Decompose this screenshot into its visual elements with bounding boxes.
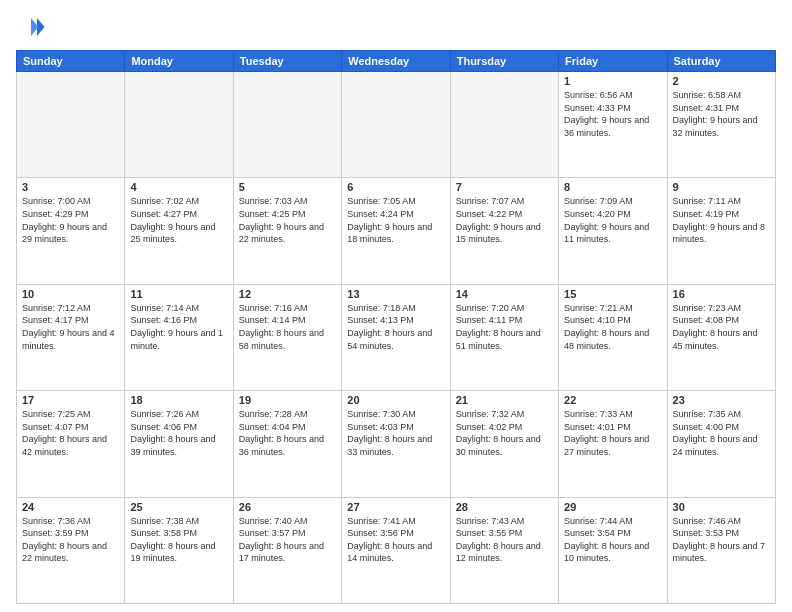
weekday-header-row: SundayMondayTuesdayWednesdayThursdayFrid…	[17, 51, 776, 72]
day-info: Sunrise: 7:16 AM Sunset: 4:14 PM Dayligh…	[239, 302, 336, 352]
day-number: 24	[22, 501, 119, 513]
day-info: Sunrise: 7:38 AM Sunset: 3:58 PM Dayligh…	[130, 515, 227, 565]
calendar-cell: 22Sunrise: 7:33 AM Sunset: 4:01 PM Dayli…	[559, 391, 667, 497]
calendar-cell: 15Sunrise: 7:21 AM Sunset: 4:10 PM Dayli…	[559, 284, 667, 390]
day-info: Sunrise: 7:30 AM Sunset: 4:03 PM Dayligh…	[347, 408, 444, 458]
day-number: 18	[130, 394, 227, 406]
day-number: 4	[130, 181, 227, 193]
calendar-cell: 16Sunrise: 7:23 AM Sunset: 4:08 PM Dayli…	[667, 284, 775, 390]
calendar-cell: 13Sunrise: 7:18 AM Sunset: 4:13 PM Dayli…	[342, 284, 450, 390]
day-info: Sunrise: 7:43 AM Sunset: 3:55 PM Dayligh…	[456, 515, 553, 565]
calendar-cell: 6Sunrise: 7:05 AM Sunset: 4:24 PM Daylig…	[342, 178, 450, 284]
calendar-cell	[342, 72, 450, 178]
calendar-week-1: 1Sunrise: 6:56 AM Sunset: 4:33 PM Daylig…	[17, 72, 776, 178]
weekday-header-saturday: Saturday	[667, 51, 775, 72]
day-info: Sunrise: 7:46 AM Sunset: 3:53 PM Dayligh…	[673, 515, 770, 565]
calendar-cell: 23Sunrise: 7:35 AM Sunset: 4:00 PM Dayli…	[667, 391, 775, 497]
day-number: 8	[564, 181, 661, 193]
logo	[16, 12, 50, 42]
calendar-cell: 20Sunrise: 7:30 AM Sunset: 4:03 PM Dayli…	[342, 391, 450, 497]
calendar-cell: 5Sunrise: 7:03 AM Sunset: 4:25 PM Daylig…	[233, 178, 341, 284]
day-info: Sunrise: 7:02 AM Sunset: 4:27 PM Dayligh…	[130, 195, 227, 245]
day-info: Sunrise: 7:05 AM Sunset: 4:24 PM Dayligh…	[347, 195, 444, 245]
day-number: 9	[673, 181, 770, 193]
calendar-cell: 26Sunrise: 7:40 AM Sunset: 3:57 PM Dayli…	[233, 497, 341, 603]
day-number: 22	[564, 394, 661, 406]
day-info: Sunrise: 7:21 AM Sunset: 4:10 PM Dayligh…	[564, 302, 661, 352]
day-info: Sunrise: 7:36 AM Sunset: 3:59 PM Dayligh…	[22, 515, 119, 565]
day-info: Sunrise: 6:58 AM Sunset: 4:31 PM Dayligh…	[673, 89, 770, 139]
day-info: Sunrise: 7:00 AM Sunset: 4:29 PM Dayligh…	[22, 195, 119, 245]
day-number: 7	[456, 181, 553, 193]
day-number: 23	[673, 394, 770, 406]
day-info: Sunrise: 7:32 AM Sunset: 4:02 PM Dayligh…	[456, 408, 553, 458]
day-number: 30	[673, 501, 770, 513]
calendar-cell: 7Sunrise: 7:07 AM Sunset: 4:22 PM Daylig…	[450, 178, 558, 284]
day-number: 29	[564, 501, 661, 513]
header	[16, 12, 776, 42]
day-info: Sunrise: 7:12 AM Sunset: 4:17 PM Dayligh…	[22, 302, 119, 352]
day-number: 19	[239, 394, 336, 406]
calendar-week-4: 17Sunrise: 7:25 AM Sunset: 4:07 PM Dayli…	[17, 391, 776, 497]
calendar-cell: 14Sunrise: 7:20 AM Sunset: 4:11 PM Dayli…	[450, 284, 558, 390]
calendar-cell: 24Sunrise: 7:36 AM Sunset: 3:59 PM Dayli…	[17, 497, 125, 603]
day-number: 5	[239, 181, 336, 193]
calendar-cell	[450, 72, 558, 178]
calendar-week-5: 24Sunrise: 7:36 AM Sunset: 3:59 PM Dayli…	[17, 497, 776, 603]
calendar-cell: 27Sunrise: 7:41 AM Sunset: 3:56 PM Dayli…	[342, 497, 450, 603]
day-info: Sunrise: 7:11 AM Sunset: 4:19 PM Dayligh…	[673, 195, 770, 245]
calendar-cell: 1Sunrise: 6:56 AM Sunset: 4:33 PM Daylig…	[559, 72, 667, 178]
day-info: Sunrise: 7:26 AM Sunset: 4:06 PM Dayligh…	[130, 408, 227, 458]
day-info: Sunrise: 7:09 AM Sunset: 4:20 PM Dayligh…	[564, 195, 661, 245]
calendar-cell	[17, 72, 125, 178]
day-number: 16	[673, 288, 770, 300]
calendar-cell: 28Sunrise: 7:43 AM Sunset: 3:55 PM Dayli…	[450, 497, 558, 603]
day-number: 13	[347, 288, 444, 300]
weekday-header-tuesday: Tuesday	[233, 51, 341, 72]
day-info: Sunrise: 7:07 AM Sunset: 4:22 PM Dayligh…	[456, 195, 553, 245]
day-number: 14	[456, 288, 553, 300]
calendar-cell: 10Sunrise: 7:12 AM Sunset: 4:17 PM Dayli…	[17, 284, 125, 390]
calendar-week-2: 3Sunrise: 7:00 AM Sunset: 4:29 PM Daylig…	[17, 178, 776, 284]
weekday-header-monday: Monday	[125, 51, 233, 72]
calendar-body: 1Sunrise: 6:56 AM Sunset: 4:33 PM Daylig…	[17, 72, 776, 604]
day-number: 3	[22, 181, 119, 193]
day-number: 20	[347, 394, 444, 406]
calendar-cell: 30Sunrise: 7:46 AM Sunset: 3:53 PM Dayli…	[667, 497, 775, 603]
day-number: 10	[22, 288, 119, 300]
day-info: Sunrise: 7:35 AM Sunset: 4:00 PM Dayligh…	[673, 408, 770, 458]
day-info: Sunrise: 7:18 AM Sunset: 4:13 PM Dayligh…	[347, 302, 444, 352]
calendar-cell	[233, 72, 341, 178]
day-number: 11	[130, 288, 227, 300]
calendar-cell: 2Sunrise: 6:58 AM Sunset: 4:31 PM Daylig…	[667, 72, 775, 178]
logo-icon	[16, 12, 46, 42]
day-number: 6	[347, 181, 444, 193]
day-number: 15	[564, 288, 661, 300]
calendar-cell: 4Sunrise: 7:02 AM Sunset: 4:27 PM Daylig…	[125, 178, 233, 284]
calendar-cell: 18Sunrise: 7:26 AM Sunset: 4:06 PM Dayli…	[125, 391, 233, 497]
calendar-table: SundayMondayTuesdayWednesdayThursdayFrid…	[16, 50, 776, 604]
day-number: 21	[456, 394, 553, 406]
calendar-cell: 19Sunrise: 7:28 AM Sunset: 4:04 PM Dayli…	[233, 391, 341, 497]
day-number: 27	[347, 501, 444, 513]
day-number: 17	[22, 394, 119, 406]
weekday-header-friday: Friday	[559, 51, 667, 72]
weekday-header-sunday: Sunday	[17, 51, 125, 72]
calendar-cell: 21Sunrise: 7:32 AM Sunset: 4:02 PM Dayli…	[450, 391, 558, 497]
day-info: Sunrise: 7:20 AM Sunset: 4:11 PM Dayligh…	[456, 302, 553, 352]
day-number: 26	[239, 501, 336, 513]
day-info: Sunrise: 7:33 AM Sunset: 4:01 PM Dayligh…	[564, 408, 661, 458]
calendar-cell: 11Sunrise: 7:14 AM Sunset: 4:16 PM Dayli…	[125, 284, 233, 390]
day-info: Sunrise: 7:23 AM Sunset: 4:08 PM Dayligh…	[673, 302, 770, 352]
day-number: 28	[456, 501, 553, 513]
calendar-cell	[125, 72, 233, 178]
day-number: 2	[673, 75, 770, 87]
day-info: Sunrise: 7:03 AM Sunset: 4:25 PM Dayligh…	[239, 195, 336, 245]
day-info: Sunrise: 7:25 AM Sunset: 4:07 PM Dayligh…	[22, 408, 119, 458]
calendar-cell: 3Sunrise: 7:00 AM Sunset: 4:29 PM Daylig…	[17, 178, 125, 284]
calendar-cell: 29Sunrise: 7:44 AM Sunset: 3:54 PM Dayli…	[559, 497, 667, 603]
day-info: Sunrise: 7:28 AM Sunset: 4:04 PM Dayligh…	[239, 408, 336, 458]
day-number: 1	[564, 75, 661, 87]
calendar-cell: 17Sunrise: 7:25 AM Sunset: 4:07 PM Dayli…	[17, 391, 125, 497]
day-number: 25	[130, 501, 227, 513]
